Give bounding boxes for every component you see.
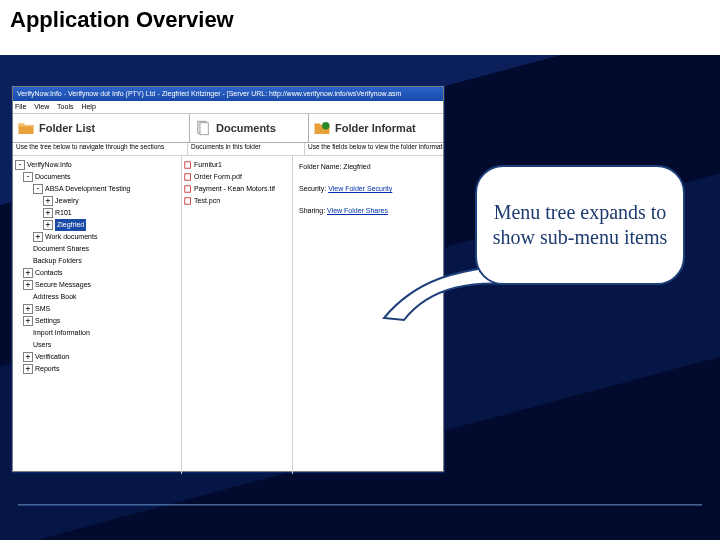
expand-icon[interactable]: + (33, 232, 43, 242)
svg-point-2 (322, 122, 330, 130)
document-name: Furnitur1 (194, 159, 222, 171)
menu-tools[interactable]: Tools (57, 103, 73, 110)
tree-item-label: Ziegfried (55, 219, 86, 231)
menu-help[interactable]: Help (81, 103, 95, 110)
tree-item-label: ABSA Development Testing (45, 183, 130, 195)
tree-item-label: Users (33, 339, 51, 351)
tree-item[interactable]: Users (23, 339, 179, 351)
tree-item[interactable]: +Reports (23, 363, 179, 375)
doc-icon (184, 185, 192, 193)
tree-item[interactable]: +Jewelry (43, 195, 179, 207)
tree-item-label: Jewelry (55, 195, 79, 207)
expand-icon[interactable]: + (23, 304, 33, 314)
tree-item-label: Secure Messages (35, 279, 91, 291)
app-window: VerifyNow.Info - Verifynow dot Info (PTY… (12, 86, 444, 472)
folder-name-label: Folder Name: (299, 163, 341, 170)
tree-item-label: Document Shares (33, 243, 89, 255)
panel-header-folder-list: Folder List (13, 114, 190, 142)
bottom-rule (18, 504, 702, 506)
tree-item[interactable]: +Verification (23, 351, 179, 363)
tree-item[interactable]: -Documents (23, 171, 179, 183)
callout-text: Menu tree expands to show sub-menu items (491, 200, 669, 250)
expand-icon[interactable]: + (43, 208, 53, 218)
expand-icon[interactable]: + (23, 280, 33, 290)
document-list[interactable]: Furnitur1Order Form.pdfPayment - Kean Mo… (182, 156, 293, 474)
menu-file[interactable]: File (15, 103, 26, 110)
subheader-tree: Use the tree below to navigate through t… (13, 143, 188, 155)
panel-header-documents: Documents (190, 114, 309, 142)
expand-icon[interactable]: + (23, 316, 33, 326)
collapse-icon[interactable]: - (33, 184, 43, 194)
tree-item-label: Address Book (33, 291, 77, 303)
doc-icon (184, 197, 192, 205)
sharing-label: Sharing: (299, 207, 325, 214)
svg-rect-6 (185, 198, 191, 204)
menubar[interactable]: File View Tools Help (13, 101, 443, 114)
tree-item[interactable]: Import Information (23, 327, 179, 339)
panel-headers: Folder List Documents Folder Informat (13, 114, 443, 143)
expand-icon[interactable]: + (23, 364, 33, 374)
tree-item[interactable]: -VerifyNow.Info (15, 159, 179, 171)
document-name: Test.pcn (194, 195, 220, 207)
collapse-icon[interactable]: - (23, 172, 33, 182)
view-folder-security-link[interactable]: View Folder Security (328, 185, 392, 192)
tree-item[interactable]: +R101 (43, 207, 179, 219)
folder-info-panel: Folder Name: Ziegfried Security: View Fo… (293, 156, 443, 474)
folder-icon (17, 119, 35, 137)
callout-bubble: Menu tree expands to show sub-menu items (475, 165, 685, 285)
tree-item-label: Verification (35, 351, 69, 363)
tree-item-label: Reports (35, 363, 60, 375)
tree-item[interactable]: -ABSA Development Testing (33, 183, 179, 195)
expand-icon[interactable]: + (43, 220, 53, 230)
tree-item-label: Documents (35, 171, 70, 183)
collapse-icon[interactable]: - (15, 160, 25, 170)
menu-view[interactable]: View (34, 103, 49, 110)
tree-item[interactable]: Address Book (23, 291, 179, 303)
expand-icon[interactable]: + (23, 268, 33, 278)
docs-icon (194, 119, 212, 137)
tree-item[interactable]: +Work documents (33, 231, 179, 243)
tree-item-label: Import Information (33, 327, 90, 339)
tree-item[interactable]: Backup Folders (23, 255, 179, 267)
panel-header-folder-info: Folder Informat (309, 114, 443, 142)
tree-item[interactable]: +SMS (23, 303, 179, 315)
panel-label: Folder List (39, 122, 95, 134)
document-name: Order Form.pdf (194, 171, 242, 183)
tree-item[interactable]: +Settings (23, 315, 179, 327)
tree-item-label: Backup Folders (33, 255, 82, 267)
tree-item[interactable]: Document Shares (23, 243, 179, 255)
folder-info-icon (313, 119, 331, 137)
tree-item[interactable]: +Secure Messages (23, 279, 179, 291)
subheader-info: Use the fields below to view the folder … (305, 143, 443, 155)
tree-item[interactable]: +Ziegfried (43, 219, 179, 231)
tree-item-label: SMS (35, 303, 50, 315)
doc-icon (184, 173, 192, 181)
document-item[interactable]: Payment - Kean Motors.tif (184, 183, 290, 195)
subheader-docs: Documents in this folder (188, 143, 305, 155)
document-item[interactable]: Test.pcn (184, 195, 290, 207)
tree-item-label: Contacts (35, 267, 63, 279)
window-titlebar: VerifyNow.Info - Verifynow dot Info (PTY… (13, 87, 443, 101)
panel-label: Folder Informat (335, 122, 416, 134)
panel-label: Documents (216, 122, 276, 134)
folder-name-value: Ziegfried (343, 163, 370, 170)
tree-item-label: Settings (35, 315, 60, 327)
expand-icon[interactable]: + (23, 352, 33, 362)
svg-rect-4 (185, 174, 191, 180)
document-item[interactable]: Order Form.pdf (184, 171, 290, 183)
view-folder-shares-link[interactable]: View Folder Shares (327, 207, 388, 214)
folder-tree[interactable]: -VerifyNow.Info-Documents-ABSA Developme… (13, 156, 182, 474)
document-item[interactable]: Furnitur1 (184, 159, 290, 171)
svg-rect-5 (185, 186, 191, 192)
tree-item[interactable]: +Contacts (23, 267, 179, 279)
security-label: Security: (299, 185, 326, 192)
svg-rect-1 (200, 123, 208, 135)
slide-title: Application Overview (10, 8, 234, 32)
tree-item-label: VerifyNow.Info (27, 159, 72, 171)
expand-icon[interactable]: + (43, 196, 53, 206)
document-name: Payment - Kean Motors.tif (194, 183, 275, 195)
svg-rect-3 (185, 162, 191, 168)
tree-item-label: Work documents (45, 231, 97, 243)
panel-subheaders: Use the tree below to navigate through t… (13, 143, 443, 156)
doc-icon (184, 161, 192, 169)
